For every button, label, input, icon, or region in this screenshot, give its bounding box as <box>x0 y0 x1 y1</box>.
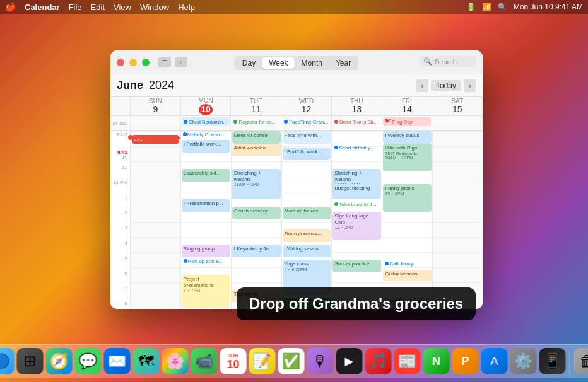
tab-month[interactable]: Month <box>295 57 329 69</box>
event-hike[interactable]: Hike with Rigo 7867 Redwood... 10AM ~ 12… <box>383 144 432 171</box>
dock-facetime[interactable]: 📹 <box>191 348 218 374</box>
dock-iphone-mirror[interactable]: 📱 <box>539 348 566 374</box>
dock-maps[interactable]: 🗺 <box>133 348 160 374</box>
tab-year[interactable]: Year <box>329 57 357 69</box>
time-now: 9:41 <box>110 149 130 154</box>
search-box[interactable]: 🔍 Search <box>420 56 476 67</box>
event-project[interactable]: Project presentations 8 ~ 7PM <box>182 275 230 308</box>
dock-messages[interactable]: 💬 <box>75 348 102 374</box>
allday-sun <box>131 116 181 130</box>
event-singing[interactable]: Singing group <box>182 245 230 257</box>
menu-window[interactable]: Window <box>140 3 169 12</box>
time-8: 8 <box>110 300 130 309</box>
menu-help[interactable]: Help <box>178 3 195 12</box>
event-weekly-status[interactable]: I Weekly status <box>383 131 432 144</box>
event-stretching-tue[interactable]: Stretching + weights 11AM ~ 1PM <box>232 169 281 199</box>
event-guitar[interactable]: Guitar lessons... <box>383 270 432 281</box>
event-keynote[interactable]: I Keynote by Ja... <box>232 245 281 257</box>
day-header-tue: Tue 11 <box>231 97 281 115</box>
dock-calendar[interactable]: JUN 10 <box>220 348 247 374</box>
event-coffee[interactable]: Meet for coffee <box>232 131 281 144</box>
event-luna[interactable]: Take Luna to th... <box>332 200 381 211</box>
time-11: 11 <box>110 164 130 179</box>
dock-launchpad[interactable]: ⊞ <box>17 348 44 374</box>
allday-label: all-day <box>110 116 131 130</box>
event-portfolio-wed[interactable]: I Portfolio work... <box>283 148 331 160</box>
dock-trash[interactable]: 🗑 <box>574 348 589 374</box>
dock-photos[interactable]: 🌸 <box>162 348 189 374</box>
event-facetime[interactable]: FaceTime with... <box>283 131 331 144</box>
event-family-picnic[interactable]: Family picnic 12 ~ 3PM <box>383 184 432 212</box>
app-name[interactable]: Calendar <box>25 3 60 12</box>
add-event-button[interactable]: + <box>175 57 187 67</box>
time-spacer <box>110 97 131 115</box>
allday-event[interactable]: Register for sa... <box>232 117 280 126</box>
event-writing[interactable]: I Writing sessio... <box>283 245 331 257</box>
event-portfolio-mon[interactable]: I Portfolio work... <box>182 140 230 153</box>
menu-file[interactable]: File <box>69 3 82 12</box>
reminders-icon: ✅ <box>282 352 301 370</box>
allday-wed: FaceTime Gran... <box>281 116 332 130</box>
dock-mail[interactable]: ✉️ <box>104 348 131 374</box>
event-soccer[interactable]: Soccer practice <box>332 260 381 272</box>
dock-pages[interactable]: P <box>452 348 479 374</box>
event-budget[interactable]: Budget meeting <box>332 184 381 197</box>
today-button[interactable]: Today <box>431 80 461 91</box>
year-title: 2024 <box>146 79 174 92</box>
dock-appletv[interactable]: ▶ <box>336 348 363 374</box>
sidebar-toggle[interactable]: ☰ <box>158 57 171 67</box>
event-team-presenta[interactable]: Team presenta... <box>283 229 331 242</box>
allday-event[interactable]: Chad Benjamin... <box>182 117 230 126</box>
tab-week[interactable]: Week <box>262 57 294 69</box>
event-leadership[interactable]: Leadership ski... <box>182 169 230 182</box>
allday-event-flag-day[interactable]: 🚩 Flag Day <box>383 117 432 126</box>
dock: 🔵 ⊞ 🧭 💬 ✉️ 🗺 🌸 📹 JUN 10 📝 ✅ 🎙 ▶ <box>0 344 588 378</box>
event-birthday[interactable]: Send birthday... <box>332 144 381 154</box>
event-tooltip: Drop off Grandma's groceries <box>237 287 476 320</box>
allday-sat <box>432 116 483 130</box>
dock-news[interactable]: 📰 <box>394 348 421 374</box>
dock-finder[interactable]: 🔵 <box>0 348 15 374</box>
event-melody[interactable]: Melody Cheun... <box>182 131 230 139</box>
fullscreen-button[interactable] <box>142 59 150 66</box>
allday-event[interactable]: Brian Tran's Bir... <box>332 117 381 126</box>
event-call-jenny[interactable]: Call Jenny <box>383 260 432 270</box>
next-button[interactable]: › <box>464 79 476 92</box>
time-3: 3 <box>110 224 130 240</box>
music-icon: 🎵 <box>369 352 388 370</box>
dock-systemprefs[interactable]: ⚙️ <box>510 348 537 374</box>
calendar-window: ☰ + Day Week Month Year 🔍 Search June 20… <box>110 50 483 309</box>
menu-view[interactable]: View <box>114 3 131 12</box>
day-header-sun: Sun 9 <box>131 97 181 115</box>
dock-numbers[interactable]: N <box>423 348 450 374</box>
event-sign-language[interactable]: Sign Language Club 12 ~ 2PM <box>332 212 381 240</box>
dock-notes[interactable]: 📝 <box>249 348 276 374</box>
event-pickup[interactable]: Pick up arts &... <box>182 257 230 267</box>
prev-button[interactable]: ‹ <box>416 79 428 92</box>
col-sun: 9:41 <box>131 131 181 309</box>
event-artist[interactable]: Artist worksho... <box>232 144 281 156</box>
allday-row: all-day Chad Benjamin... Register for sa… <box>110 116 483 131</box>
event-meet-res[interactable]: Meet at the res... <box>283 207 331 219</box>
dock-appstore[interactable]: A <box>481 348 508 374</box>
menubar-right: 🔋 📶 🔍 Mon Jun 10 9:41 AM <box>466 3 583 11</box>
day-num-thu: 13 <box>351 105 362 114</box>
search-placeholder: Search <box>435 58 457 66</box>
apple-menu[interactable]: 🍎 <box>5 2 16 12</box>
dock-music[interactable]: 🎵 <box>365 348 392 374</box>
minimize-button[interactable] <box>129 59 137 66</box>
close-button[interactable] <box>117 59 124 66</box>
event-couch[interactable]: Couch delivery <box>232 207 281 219</box>
dock-separator <box>570 352 570 374</box>
dock-safari[interactable]: 🧭 <box>46 348 73 374</box>
tab-day[interactable]: Day <box>236 57 262 69</box>
event-9:41[interactable]: 9:41 <box>132 135 179 144</box>
launchpad-icon: ⊞ <box>24 352 37 370</box>
menu-edit[interactable]: Edit <box>91 3 105 12</box>
dock-podcasts[interactable]: 🎙 <box>307 348 334 374</box>
col-mon: Melody Cheun... I Portfolio work... Lead… <box>181 131 232 309</box>
dock-reminders[interactable]: ✅ <box>278 348 305 374</box>
finder-icon: 🔵 <box>0 353 9 369</box>
allday-event[interactable]: FaceTime Gran... <box>282 117 331 126</box>
event-presentation-mon[interactable]: I Presentation p... <box>182 199 230 212</box>
